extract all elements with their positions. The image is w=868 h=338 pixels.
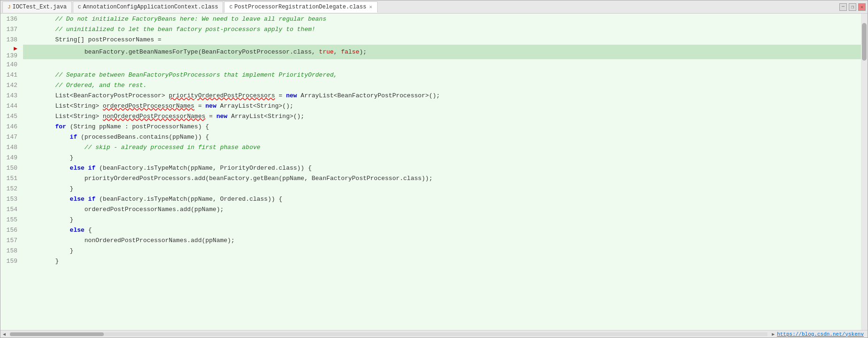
main-window: J IOCTest_Ext.java C AnnotationConfigApp… <box>0 0 868 338</box>
table-row: 150 else if (beanFactory.isTypeMatch(ppN… <box>0 163 861 173</box>
line-number: 138 <box>0 34 23 45</box>
scroll-left-button[interactable]: ◀ <box>0 330 8 338</box>
line-content: } <box>23 245 861 256</box>
line-number: 144 <box>0 101 23 111</box>
table-row: 159 } <box>0 256 861 266</box>
tab-ioctest-label: IOCTest_Ext.java <box>13 4 67 10</box>
table-row: 141 // Separate between BeanFactoryPostP… <box>0 70 861 80</box>
table-row: 137 // uninitialized to let the bean fac… <box>0 24 861 34</box>
line-number: 148 <box>0 142 23 152</box>
table-row: 154 orderedPostProcessorNames.add(ppName… <box>0 204 861 214</box>
tab-annotationconfig[interactable]: C AnnotationConfigApplicationContext.cla… <box>73 1 224 13</box>
status-link[interactable]: https://blog.csdn.net/yskenv <box>777 331 868 337</box>
tab-postprocessor[interactable]: C PostProcessorRegistrationDelegate.clas… <box>224 1 377 13</box>
line-number: 149 <box>0 152 23 163</box>
line-content: else if (beanFactory.isTypeMatch(ppName,… <box>23 194 861 204</box>
line-content: } <box>23 183 861 194</box>
table-row: 146 for (String ppName : postProcessorNa… <box>0 121 861 132</box>
java-file-icon: J <box>8 4 11 10</box>
line-number: 159 <box>0 256 23 266</box>
table-row: 143 List<BeanFactoryPostProcessor> prior… <box>0 90 861 101</box>
line-number: 158 <box>0 245 23 256</box>
table-row: 153 else if (beanFactory.isTypeMatch(ppN… <box>0 194 861 204</box>
line-number: 143 <box>0 90 23 101</box>
line-number: 145 <box>0 111 23 121</box>
scroll-thumb[interactable] <box>862 23 867 61</box>
table-row: 145 List<String> nonOrderedPostProcessor… <box>0 111 861 121</box>
line-number: 142 <box>0 80 23 90</box>
line-content: for (String ppName : postProcessorNames)… <box>23 121 861 132</box>
table-row: ▶ 139 beanFactory.getBeanNamesForType(Be… <box>0 45 861 59</box>
line-content: if (processedBeans.contains(ppName)) { <box>23 132 861 142</box>
line-content: String[] postProcessorNames = <box>23 34 861 45</box>
window-controls: ─ ❐ ✕ <box>839 3 866 11</box>
table-row: 156 else { <box>0 225 861 235</box>
table-row: 140 <box>0 59 861 70</box>
close-button[interactable]: ✕ <box>858 3 866 11</box>
class-file-icon-2: C <box>229 4 232 10</box>
line-number: 152 <box>0 183 23 194</box>
line-content: else if (beanFactory.isTypeMatch(ppName,… <box>23 163 861 173</box>
line-content: List<String> orderedPostProcessorNames =… <box>23 101 861 111</box>
line-number: 151 <box>0 173 23 183</box>
line-content: nonOrderedPostProcessorNames.add(ppName)… <box>23 235 861 245</box>
table-row: 138 String[] postProcessorNames = <box>0 34 861 45</box>
tab-annotationconfig-label: AnnotationConfigApplicationContext.class <box>83 4 218 10</box>
table-row: 148 // skip - already processed in first… <box>0 142 861 152</box>
line-number: ▶ 139 <box>0 45 23 59</box>
table-row: 155 } <box>0 214 861 225</box>
horizontal-scroll-thumb[interactable] <box>10 332 104 336</box>
code-area[interactable]: 136 // Do not initialize FactoryBeans he… <box>0 14 861 330</box>
code-table: 136 // Do not initialize FactoryBeans he… <box>0 14 861 266</box>
line-content: } <box>23 214 861 225</box>
table-row: 147 if (processedBeans.contains(ppName))… <box>0 132 861 142</box>
minimize-button[interactable]: ─ <box>839 3 847 11</box>
line-number: 155 <box>0 214 23 225</box>
line-number: 136 <box>0 14 23 24</box>
tab-ioctest[interactable]: J IOCTest_Ext.java <box>2 1 72 13</box>
table-row: 157 nonOrderedPostProcessorNames.add(ppN… <box>0 235 861 245</box>
scroll-right-button[interactable]: ▶ <box>769 330 777 338</box>
line-content: } <box>23 152 861 163</box>
tab-postprocessor-label: PostProcessorRegistrationDelegate.class <box>234 4 366 10</box>
line-number: 156 <box>0 225 23 235</box>
line-content: } <box>23 256 861 266</box>
line-number: 157 <box>0 235 23 245</box>
restore-button[interactable]: ❐ <box>849 3 856 11</box>
line-content: else { <box>23 225 861 235</box>
line-content: orderedPostProcessorNames.add(ppName); <box>23 204 861 214</box>
line-number: 153 <box>0 194 23 204</box>
editor-container: 136 // Do not initialize FactoryBeans he… <box>0 14 868 330</box>
class-file-icon-1: C <box>78 4 81 10</box>
line-content: // Separate between BeanFactoryPostProce… <box>23 70 861 80</box>
line-content: List<String> nonOrderedPostProcessorName… <box>23 111 861 121</box>
line-content: beanFactory.getBeanNamesForType(BeanFact… <box>23 45 861 59</box>
vertical-scrollbar[interactable] <box>861 14 868 330</box>
line-number: 150 <box>0 163 23 173</box>
line-content: // uninitialized to let the bean factory… <box>23 24 861 34</box>
line-number: 141 <box>0 70 23 80</box>
line-content <box>23 59 861 70</box>
line-number: 140 <box>0 59 23 70</box>
line-content: List<BeanFactoryPostProcessor> priorityO… <box>23 90 861 101</box>
table-row: 158 } <box>0 245 861 256</box>
line-content: // Ordered, and the rest. <box>23 80 861 90</box>
line-content: // Do not initialize FactoryBeans here: … <box>23 14 861 24</box>
title-bar: J IOCTest_Ext.java C AnnotationConfigApp… <box>0 0 868 14</box>
line-number: 146 <box>0 121 23 132</box>
table-row: 142 // Ordered, and the rest. <box>0 80 861 90</box>
table-row: 152 } <box>0 183 861 194</box>
table-row: 151 priorityOrderedPostProcessors.add(be… <box>0 173 861 183</box>
horizontal-scroll-track[interactable] <box>10 332 767 336</box>
bottom-bar: ◀ ▶ https://blog.csdn.net/yskenv <box>0 330 868 338</box>
table-row: 149 } <box>0 152 861 163</box>
tab-close-button[interactable]: ✕ <box>369 4 372 10</box>
line-number: 154 <box>0 204 23 214</box>
line-content: priorityOrderedPostProcessors.add(beanFa… <box>23 173 861 183</box>
line-number: 147 <box>0 132 23 142</box>
line-content: // skip - already processed in first pha… <box>23 142 861 152</box>
table-row: 136 // Do not initialize FactoryBeans he… <box>0 14 861 24</box>
table-row: 144 List<String> orderedPostProcessorNam… <box>0 101 861 111</box>
line-number: 137 <box>0 24 23 34</box>
